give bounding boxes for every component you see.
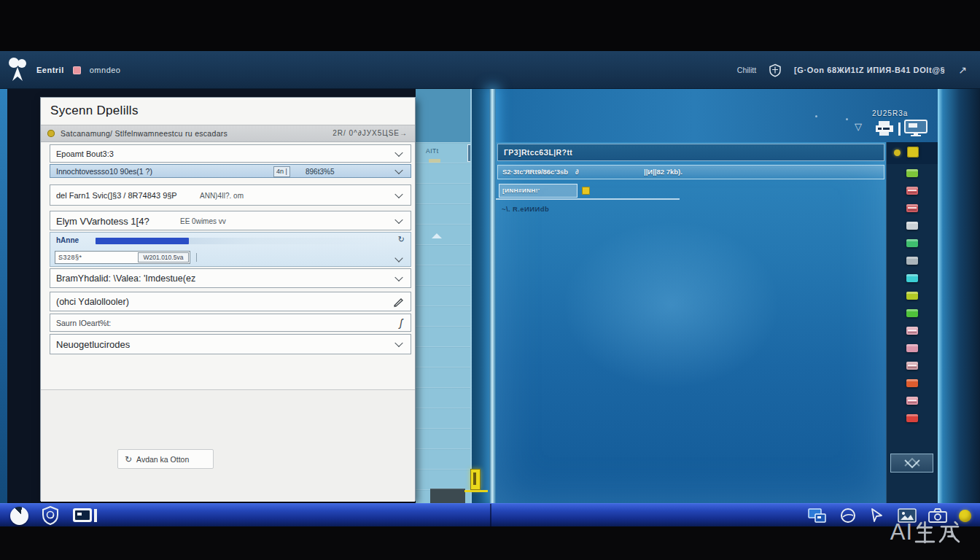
- clock-icon[interactable]: [10, 507, 28, 525]
- chevron-down-icon[interactable]: [394, 273, 402, 281]
- dialog-row-neuoget[interactable]: Neuogetlucirodes: [50, 334, 411, 354]
- divider-glow-line: [489, 89, 496, 503]
- yellow-file-icon: [582, 187, 590, 195]
- background-window-row-selected[interactable]: S2·3tc'ЯRt9/86c'3sb ∂ ||И||82 7kb).: [497, 165, 884, 179]
- red-striped-icon[interactable]: [906, 187, 918, 195]
- desktop-right-gradient: [938, 89, 980, 503]
- red-square-icon[interactable]: [906, 414, 918, 422]
- dialog-action-button[interactable]: ↻ Avdan ka Otton: [117, 449, 214, 469]
- chevron-down-icon[interactable]: [394, 254, 402, 262]
- lime-square-icon[interactable]: [906, 292, 918, 300]
- bgw-row-mid: ∂: [575, 166, 579, 179]
- bgw-row-right: ||И||82 7kb).: [644, 166, 682, 179]
- status-dot-icon: [47, 130, 55, 137]
- tray-dot-2: [846, 118, 848, 120]
- dialog-input-field[interactable]: S328§* W201.010.5va: [55, 251, 190, 264]
- row-label: Saurn IOeart%t:: [56, 319, 111, 327]
- document-icon: [73, 66, 81, 74]
- dialog-row-epoamt[interactable]: Epoamt Bout3:3: [50, 144, 411, 163]
- menu-status-label[interactable]: Chilitt: [737, 66, 756, 74]
- watermark-cjk-glyphs: [914, 519, 961, 545]
- yellow-door-marker: [470, 469, 481, 490]
- chevron-down-icon[interactable]: [394, 166, 402, 174]
- squiggle-icon: ʃ: [400, 317, 402, 329]
- monitor-icon[interactable]: [904, 120, 929, 137]
- row-label: Elym VVarhotess 1[4?: [56, 215, 149, 226]
- yellow-dot-icon: [894, 149, 901, 156]
- network-computers-icon[interactable]: [807, 507, 828, 524]
- display-window-icon[interactable]: [72, 507, 98, 524]
- background-window-hint-text: ~\. R.eИИИdb: [502, 205, 549, 213]
- row-secondary: ANN)4Il?. om: [200, 191, 244, 199]
- background-window-sidebar[interactable]: AITt: [416, 89, 470, 503]
- chevron-down-icon[interactable]: [394, 148, 402, 156]
- dialog-row-validator[interactable]: (ohci Ydalollooler): [50, 292, 411, 311]
- refresh-icon: ↻: [125, 454, 132, 464]
- orange-red-square-icon[interactable]: [906, 379, 918, 387]
- security-shield-icon[interactable]: [42, 506, 59, 525]
- cyan-square-icon[interactable]: [906, 274, 918, 282]
- strip-scroll-button[interactable]: [890, 454, 933, 472]
- dialog-row-bram[interactable]: BramYhdalid: \Valea: 'Imdestue(ez: [50, 268, 411, 288]
- dialog-title: Sycenn Dpelills: [50, 104, 139, 118]
- chevron-down-icon[interactable]: [394, 190, 402, 198]
- pink-wide-icon[interactable]: [906, 327, 918, 335]
- pink-gray-icon[interactable]: [906, 362, 918, 370]
- dialog-header-bar: Satcanamung/ Stlfelnwamneestcu ru escada…: [41, 125, 415, 142]
- sidebar-top-band: [416, 89, 470, 142]
- browser-ring-icon[interactable]: [839, 507, 857, 524]
- ai-watermark: AI: [890, 519, 961, 545]
- row-label: (ohci Ydalollooler): [56, 297, 129, 307]
- row-label: Epoamt Bout3:3: [56, 149, 114, 158]
- chevron-down-icon[interactable]: [394, 215, 402, 223]
- tray-chevron-icon[interactable]: ▽: [855, 121, 862, 132]
- progress-bar: [96, 238, 387, 244]
- row-label: BramYhdalid: \Valea: 'Imdestue(ez: [56, 273, 195, 284]
- dialog-row-smart[interactable]: Saurn IOeart%t: ʃ: [50, 314, 411, 332]
- green-folder-icon[interactable]: [906, 239, 918, 247]
- right-icon-strip: [886, 142, 938, 503]
- divider-thin-line: [470, 89, 472, 503]
- progress-fill: [96, 238, 189, 244]
- green-square-icon[interactable]: [906, 309, 918, 317]
- dialog-progress-panel: hAnne ↻ S328§* W201.010.5va: [50, 232, 411, 267]
- gray-document-icon[interactable]: [906, 222, 918, 230]
- dialog-row-selected[interactable]: Innochtovessso10 90es(1 ?) 4n | 896t3%5: [50, 164, 411, 178]
- yellow-marker-base: [464, 490, 488, 492]
- background-window-titlebar[interactable]: ГР3]Rtcc6ЗL|R?tt: [497, 144, 884, 161]
- menu-info-label: [G·Oon 68ЖИ1tZ ИПИЯ-B41 DOIt@§: [794, 66, 945, 74]
- refresh-icon[interactable]: ↻: [398, 235, 405, 244]
- top-letterbox: [0, 0, 980, 51]
- app-logo-icon[interactable]: [7, 56, 28, 84]
- watermark-latin: AI: [890, 519, 913, 545]
- chevron-down-icon[interactable]: [394, 339, 402, 347]
- row-secondary: ЕЕ 0wimes vv: [180, 217, 226, 225]
- menu-app-label[interactable]: Eentril: [36, 66, 64, 74]
- pink-striped-icon[interactable]: [906, 397, 918, 405]
- dialog-row-farn[interactable]: del Farn1 Svic(]§3 / 8R74843 9§P ANN)4Il…: [50, 184, 411, 206]
- red-striped-icon-2[interactable]: [906, 204, 918, 212]
- pen-icon[interactable]: [393, 297, 405, 308]
- pink-square-icon[interactable]: [906, 344, 918, 352]
- dialog-header-meta: 2R/ 0^∂JУX5ЦSE→: [332, 129, 408, 137]
- printer-icon[interactable]: [874, 120, 895, 137]
- desktop-screenshot: Eentril omndeo Chilitt [G·Oon 68ЖИ1tZ ИП…: [0, 0, 980, 560]
- dialog-input-tab[interactable]: W201.010.5va: [138, 252, 189, 262]
- taskbar: [0, 503, 980, 526]
- sidebar-label: AITt: [426, 147, 439, 155]
- background-window[interactable]: ГР3]Rtcc6ЗL|R?tt S2·3tc'ЯRt9/86c'3sb ∂ |…: [496, 142, 886, 503]
- bgw-underline: [496, 198, 680, 200]
- green-pill-icon[interactable]: [906, 169, 918, 177]
- window-glow: [554, 214, 788, 395]
- menu-doc-label[interactable]: omndeo: [90, 66, 121, 74]
- dialog-row-warehouse[interactable]: Elym VVarhotess 1[4? ЕЕ 0wimes vv: [50, 211, 411, 230]
- tray-dot: [815, 115, 817, 117]
- progress-label: hAnne: [56, 236, 79, 244]
- yellow-app-icon[interactable]: [907, 147, 919, 158]
- cursor-pointer-icon[interactable]: [868, 507, 886, 524]
- menu-arrow-icon[interactable]: ↗: [958, 64, 967, 76]
- row-label: Innochtovessso10 90es(1 ?): [56, 167, 152, 176]
- strip-header: [887, 142, 938, 164]
- gray-camera-icon[interactable]: [906, 257, 918, 265]
- background-window-input-box[interactable]: [ИNН#ИNН!': [499, 184, 578, 198]
